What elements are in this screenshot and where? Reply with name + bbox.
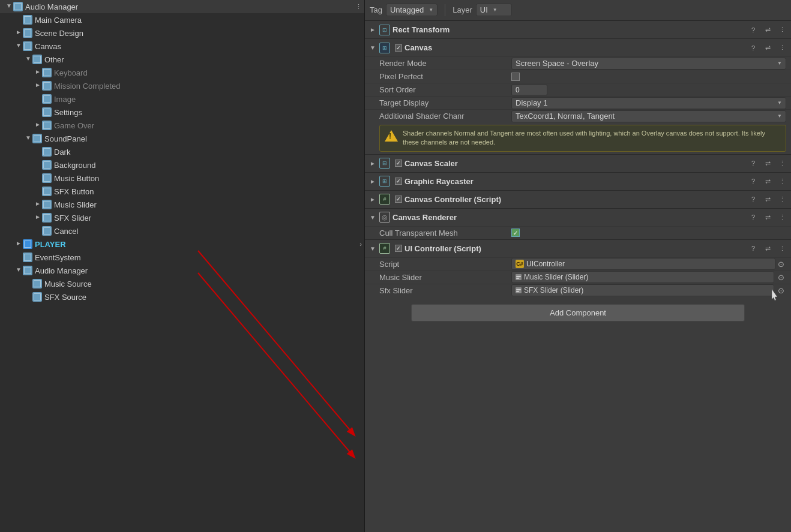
- cube-icon: [32, 134, 42, 143]
- canvas-scaler-checkbox[interactable]: [395, 160, 402, 167]
- hierarchy-item-music-button[interactable]: Music Button: [0, 172, 364, 185]
- pixel-perfect-checkbox[interactable]: [511, 73, 520, 81]
- hierarchy-item-canvas[interactable]: Canvas: [0, 40, 364, 53]
- expand-icon[interactable]: [368, 245, 377, 252]
- script-checkbox[interactable]: [395, 196, 402, 203]
- item-label: Music Slider: [54, 200, 364, 209]
- prop-label: Sfx Slider: [379, 286, 511, 295]
- more-icon[interactable]: ⋮: [777, 212, 787, 223]
- cube-icon: [13, 2, 23, 11]
- canvas-controller-header[interactable]: # Canvas Controller (Script) ? ⇌ ⋮: [365, 190, 791, 208]
- add-component-button[interactable]: Add Component: [411, 304, 744, 321]
- hierarchy-item-sfx-button[interactable]: SFX Button: [0, 185, 364, 198]
- expand-arrow[interactable]: [14, 42, 23, 50]
- target-btn[interactable]: ⊙: [775, 272, 786, 282]
- canvas-scaler-header[interactable]: ⊟ Canvas Scaler ? ⇌ ⋮: [365, 154, 791, 172]
- layer-dropdown[interactable]: UI: [476, 4, 512, 16]
- hierarchy-item-background[interactable]: Background: [0, 158, 364, 172]
- cull-transparent-checkbox[interactable]: ✓: [511, 229, 520, 237]
- expand-icon[interactable]: [368, 196, 377, 203]
- slider-icon: [516, 287, 522, 293]
- hierarchy-item-player[interactable]: PLAYER ›: [0, 238, 364, 251]
- expand-arrow[interactable]: [34, 82, 42, 90]
- prop-value: Music Slider (Slider) ⊙: [511, 271, 786, 283]
- more-icon[interactable]: ⋮: [777, 43, 787, 53]
- expand-arrow[interactable]: [14, 240, 23, 248]
- canvas-renderer-header[interactable]: ◎ Canvas Renderer ? ⇌ ⋮: [365, 208, 791, 226]
- shader-channels-dropdown[interactable]: TexCoord1, Normal, Tangent: [511, 110, 786, 122]
- canvas-header[interactable]: ⊞ Canvas ? ⇌ ⋮: [365, 38, 791, 56]
- help-icon[interactable]: ?: [748, 25, 759, 35]
- hierarchy-item-sfx-slider[interactable]: SFX Slider: [0, 211, 364, 224]
- expand-arrow[interactable]: [5, 2, 13, 11]
- hierarchy-item-event-system[interactable]: EventSystem: [0, 251, 364, 264]
- expand-icon[interactable]: [368, 178, 377, 185]
- expand-icon[interactable]: [368, 44, 377, 51]
- more-icon[interactable]: ⋮: [777, 243, 787, 254]
- help-icon[interactable]: ?: [748, 158, 759, 169]
- expand-arrow[interactable]: [34, 200, 42, 209]
- hierarchy-item-mission-completed[interactable]: Mission Completed: [0, 79, 364, 92]
- item-label: Music Button: [54, 174, 364, 183]
- expand-arrow[interactable]: [34, 68, 42, 77]
- expand-arrow[interactable]: [14, 266, 23, 275]
- help-icon[interactable]: ?: [748, 176, 759, 187]
- settings-icon[interactable]: ⇌: [762, 25, 773, 35]
- graphic-raycaster-header[interactable]: ⊞ Graphic Raycaster ? ⇌ ⋮: [365, 172, 791, 190]
- settings-icon[interactable]: ⇌: [762, 243, 773, 254]
- ui-script-checkbox[interactable]: [395, 245, 402, 252]
- prop-label: Cull Transparent Mesh: [379, 229, 511, 238]
- hierarchy-item-keyboard[interactable]: Keyboard: [0, 66, 364, 79]
- music-slider-value: Music Slider (Slider): [524, 273, 588, 281]
- expand-icon[interactable]: [368, 26, 377, 33]
- expand-arrow[interactable]: [14, 29, 23, 37]
- expand-right-icon[interactable]: ›: [359, 241, 362, 248]
- hierarchy-item-music-source[interactable]: Music Source: [0, 277, 364, 290]
- ui-controller-header[interactable]: # UI Controller (Script) ? ⇌ ⋮: [365, 239, 791, 257]
- settings-icon[interactable]: ⇌: [762, 194, 773, 205]
- more-icon[interactable]: ⋮: [355, 3, 362, 11]
- rect-transform-header[interactable]: ⊡ Rect Transform ? ⇌ ⋮: [365, 20, 791, 38]
- settings-icon[interactable]: ⇌: [762, 212, 773, 223]
- settings-icon[interactable]: ⇌: [762, 176, 773, 187]
- hierarchy-item-audio-manager[interactable]: Audio Manager ⋮: [0, 0, 364, 13]
- expand-arrow[interactable]: [34, 121, 42, 130]
- render-mode-dropdown[interactable]: Screen Space - Overlay: [511, 58, 786, 70]
- settings-icon[interactable]: ⇌: [762, 43, 773, 53]
- hierarchy-item-audio-manager2[interactable]: Audio Manager: [0, 264, 364, 277]
- more-icon[interactable]: ⋮: [777, 176, 787, 187]
- hierarchy-item-main-camera[interactable]: Main Camera: [0, 13, 364, 26]
- hierarchy-item-cancel[interactable]: Cancel: [0, 224, 364, 238]
- graphic-raycaster-checkbox[interactable]: [395, 178, 402, 185]
- expand-arrow[interactable]: [34, 214, 42, 222]
- more-icon[interactable]: ⋮: [777, 194, 787, 205]
- help-icon[interactable]: ?: [748, 194, 759, 205]
- graphic-raycaster-icon: ⊞: [379, 176, 390, 187]
- target-btn[interactable]: ⊙: [775, 259, 786, 269]
- hierarchy-item-settings[interactable]: Settings: [0, 106, 364, 119]
- expand-icon[interactable]: [368, 160, 377, 167]
- item-label: Other: [44, 55, 364, 64]
- expand-icon[interactable]: [368, 214, 377, 221]
- help-icon[interactable]: ?: [748, 212, 759, 223]
- hierarchy-item-game-over[interactable]: Game Over: [0, 119, 364, 132]
- sort-order-input[interactable]: [511, 85, 547, 95]
- expand-arrow[interactable]: [24, 134, 32, 143]
- more-icon[interactable]: ⋮: [777, 25, 787, 35]
- expand-arrow[interactable]: [24, 55, 32, 64]
- help-icon[interactable]: ?: [748, 43, 759, 53]
- hierarchy-item-image[interactable]: Image: [0, 92, 364, 106]
- hierarchy-item-dark[interactable]: Dark: [0, 145, 364, 158]
- canvas-checkbox[interactable]: [395, 44, 402, 52]
- hierarchy-item-music-slider[interactable]: Music Slider: [0, 198, 364, 211]
- hierarchy-item-other[interactable]: Other: [0, 53, 364, 66]
- settings-icon[interactable]: ⇌: [762, 158, 773, 169]
- help-icon[interactable]: ?: [748, 243, 759, 254]
- cube-icon: [42, 94, 52, 104]
- hierarchy-item-sound-panel[interactable]: SoundPanel: [0, 132, 364, 145]
- target-display-dropdown[interactable]: Display 1: [511, 97, 786, 109]
- hierarchy-item-sfx-source[interactable]: SFX Source: [0, 290, 364, 303]
- more-icon[interactable]: ⋮: [777, 158, 787, 169]
- hierarchy-item-scene-design[interactable]: Scene Design: [0, 26, 364, 40]
- tag-dropdown[interactable]: Untagged: [386, 4, 438, 16]
